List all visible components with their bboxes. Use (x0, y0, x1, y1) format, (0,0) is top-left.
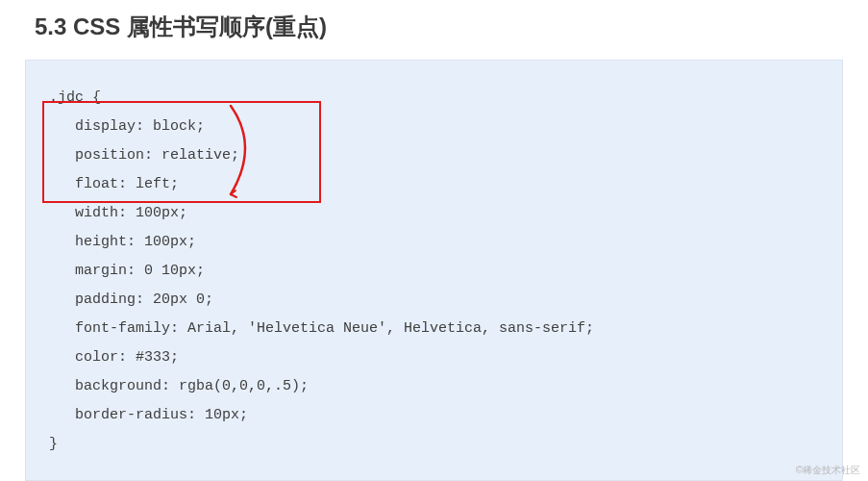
code-line: margin: 0 10px; (49, 263, 205, 279)
code-line: border-radius: 10px; (49, 407, 248, 423)
code-line: } (49, 436, 58, 452)
code-line: position: relative; (49, 147, 239, 164)
code-line: font-family: Arial, 'Helvetica Neue', He… (49, 320, 594, 337)
code-panel: .jdc { display: block; position: relativ… (25, 60, 843, 481)
code-block: .jdc { display: block; position: relativ… (49, 84, 819, 459)
section-heading: 5.3 CSS 属性书写顺序(重点) (0, 0, 868, 42)
code-line: color: #333; (49, 349, 179, 366)
code-line: height: 100px; (49, 234, 196, 250)
code-line: display: block; (49, 118, 205, 135)
code-line: float: left; (49, 176, 179, 192)
code-line: padding: 20px 0; (49, 291, 213, 308)
code-line: width: 100px; (49, 205, 187, 221)
watermark-text: ©稀金技术社区 (796, 464, 860, 477)
code-line: .jdc { (49, 89, 101, 106)
code-line: background: rgba(0,0,0,.5); (49, 378, 309, 394)
